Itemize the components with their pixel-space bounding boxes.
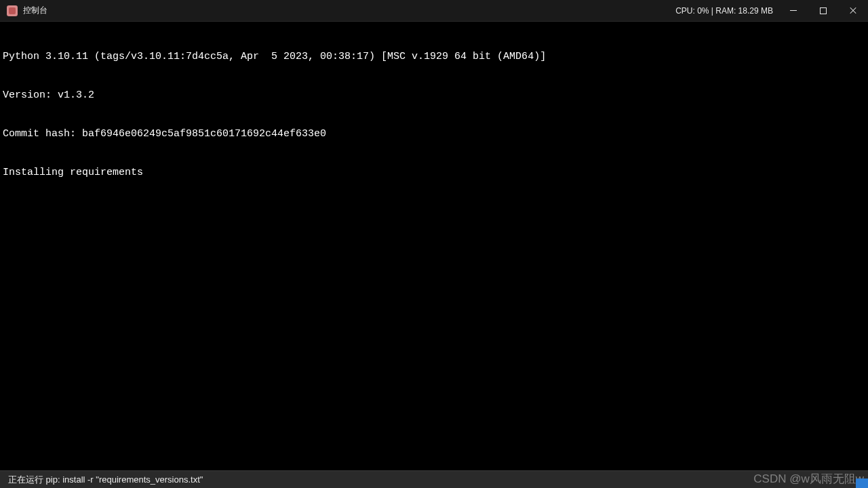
console-line: Version: v1.3.2 (3, 89, 865, 102)
titlebar-right: CPU: 0% | RAM: 18.29 MB (675, 0, 868, 21)
statusbar: 正在运行 pip: install -r "requirements_versi… (0, 470, 868, 488)
titlebar: 控制台 CPU: 0% | RAM: 18.29 MB (0, 0, 868, 22)
window-title: 控制台 (23, 5, 47, 16)
close-icon (849, 7, 857, 15)
maximize-button[interactable] (808, 0, 838, 22)
slide-indicator (856, 479, 868, 488)
resource-stats: CPU: 0% | RAM: 18.29 MB (675, 6, 773, 16)
close-button[interactable] (838, 0, 868, 22)
console-line: Installing requirements (3, 166, 865, 179)
console-line: Commit hash: baf6946e06249c5af9851c60171… (3, 127, 865, 140)
console-output: Python 3.10.11 (tags/v3.10.11:7d4cc5a, A… (0, 22, 868, 195)
console-line: Python 3.10.11 (tags/v3.10.11:7d4cc5a, A… (3, 50, 865, 63)
titlebar-left: 控制台 (0, 5, 47, 16)
app-icon (7, 5, 18, 16)
maximize-icon (820, 7, 827, 14)
minimize-button[interactable] (778, 0, 808, 22)
minimize-icon (790, 10, 797, 11)
status-text: 正在运行 pip: install -r "requirements_versi… (8, 474, 203, 486)
